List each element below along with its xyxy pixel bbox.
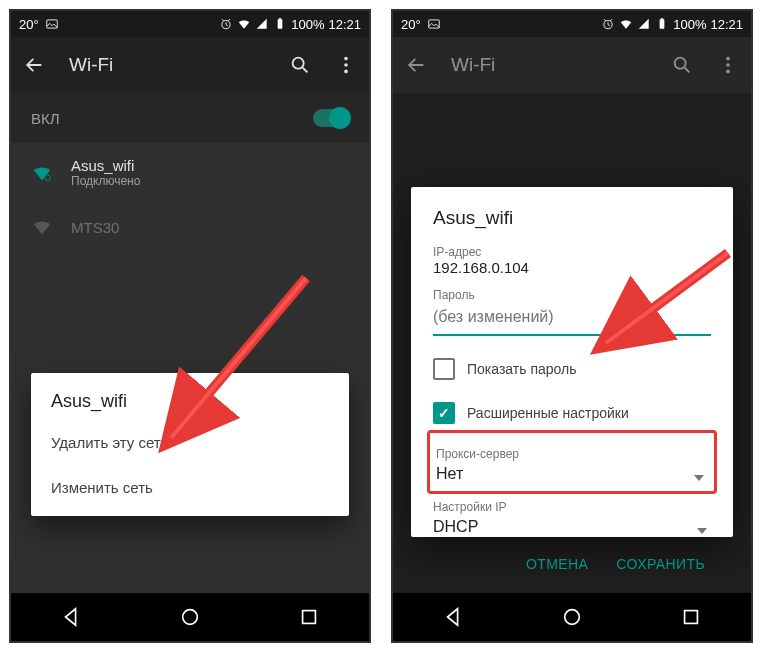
svg-rect-10 [303,611,316,624]
svg-rect-13 [660,19,665,28]
ip-settings-label: Настройки IP [433,500,711,514]
status-bar: 20° 100% 12:21 [11,11,369,37]
phone-left: 20° 100% 12:21 Wi-Fi ВКЛ Asus_wifi Подкл… [9,9,371,643]
overflow-menu-icon[interactable] [717,54,739,76]
alarm-icon [601,17,615,31]
network-name: Asus_wifi [71,157,140,174]
app-bar: Wi-Fi [11,37,369,93]
dialog-title: Asus_wifi [433,207,711,229]
svg-rect-20 [685,611,698,624]
page-title: Wi-Fi [69,54,265,76]
alarm-icon [219,17,233,31]
ip-settings-value: DHCP [433,514,711,542]
proxy-label: Прокси-сервер [436,447,708,461]
svg-point-15 [675,58,686,69]
temperature: 20° [401,17,421,32]
svg-rect-3 [279,18,281,19]
svg-point-8 [45,174,51,180]
signal-icon [637,17,651,31]
nav-home-icon[interactable] [561,606,583,628]
ip-value: 192.168.0.104 [433,259,711,276]
wifi-icon [237,17,251,31]
search-icon[interactable] [671,54,693,76]
svg-point-4 [293,58,304,69]
phone-right: 20° 100% 12:21 Wi-Fi Asus_wifi IP-адрес … [391,9,753,643]
network-context-menu: Asus_wifi Удалить эту сеть Изменить сеть [31,373,349,516]
show-password-row[interactable]: Показать пароль [433,358,711,380]
nav-home-icon[interactable] [179,606,201,628]
show-password-label: Показать пароль [467,361,577,377]
toggle-label: ВКЛ [31,110,60,127]
advanced-row[interactable]: Расширенные настройки [433,402,711,424]
cancel-button[interactable]: ОТМЕНА [526,556,588,572]
status-bar: 20° 100% 12:21 [393,11,751,37]
network-name: MTS30 [71,219,119,236]
search-icon[interactable] [289,54,311,76]
context-title: Asus_wifi [51,391,329,412]
image-icon [427,17,441,31]
svg-point-6 [344,63,348,67]
svg-rect-14 [661,18,663,19]
menu-item-modify[interactable]: Изменить сеть [51,465,329,510]
svg-rect-11 [428,20,439,28]
advanced-checkbox[interactable] [433,402,455,424]
svg-point-5 [344,57,348,61]
wifi-network-item[interactable]: Asus_wifi Подключено [11,143,369,202]
svg-point-18 [726,70,730,74]
wifi-icon [619,17,633,31]
svg-rect-0 [46,20,57,28]
chevron-down-icon [694,475,704,481]
advanced-label: Расширенные настройки [467,405,629,421]
content-area: Asus_wifi Подключено MTS30 Asus_wifi Уда… [11,143,369,593]
nav-back-icon[interactable] [60,606,82,628]
back-icon[interactable] [405,54,427,76]
dialog-actions: ОТМЕНА СОХРАНИТЬ [433,542,711,582]
ip-settings-dropdown[interactable]: Настройки IP DHCP [433,500,711,542]
clock: 12:21 [710,17,743,32]
nav-bar [393,593,751,641]
proxy-dropdown[interactable]: Прокси-сервер Нет [436,447,708,489]
ip-label: IP-адрес [433,245,711,259]
wifi-network-item[interactable]: MTS30 [11,202,369,252]
svg-point-19 [565,610,580,625]
svg-rect-2 [278,19,283,28]
nav-bar [11,593,369,641]
svg-point-9 [183,610,198,625]
signal-icon [255,17,269,31]
svg-point-16 [726,57,730,61]
battery-percent: 100% [673,17,706,32]
page-title: Wi-Fi [451,54,647,76]
svg-point-17 [726,63,730,67]
wifi-toggle-row[interactable]: ВКЛ [11,93,369,143]
wifi-switch[interactable] [313,109,349,127]
overflow-menu-icon[interactable] [335,54,357,76]
wifi-signal-icon [31,216,53,238]
nav-recent-icon[interactable] [680,606,702,628]
battery-icon [273,17,287,31]
network-status: Подключено [71,174,140,188]
app-bar: Wi-Fi [393,37,751,93]
save-button[interactable]: СОХРАНИТЬ [616,556,705,572]
temperature: 20° [19,17,39,32]
battery-icon [655,17,669,31]
nav-back-icon[interactable] [442,606,464,628]
svg-point-7 [344,70,348,74]
nav-recent-icon[interactable] [298,606,320,628]
content-area: Asus_wifi IP-адрес 192.168.0.104 Пароль … [393,93,751,593]
edit-network-dialog: Asus_wifi IP-адрес 192.168.0.104 Пароль … [411,187,733,537]
wifi-signal-icon [31,162,53,184]
menu-item-forget[interactable]: Удалить эту сеть [51,420,329,465]
show-password-checkbox[interactable] [433,358,455,380]
clock: 12:21 [328,17,361,32]
password-input[interactable] [433,302,711,336]
image-icon [45,17,59,31]
proxy-value: Нет [436,461,708,489]
proxy-highlight-box: Прокси-сервер Нет [427,430,717,494]
battery-percent: 100% [291,17,324,32]
password-label: Пароль [433,288,711,302]
chevron-down-icon [697,528,707,534]
back-icon[interactable] [23,54,45,76]
